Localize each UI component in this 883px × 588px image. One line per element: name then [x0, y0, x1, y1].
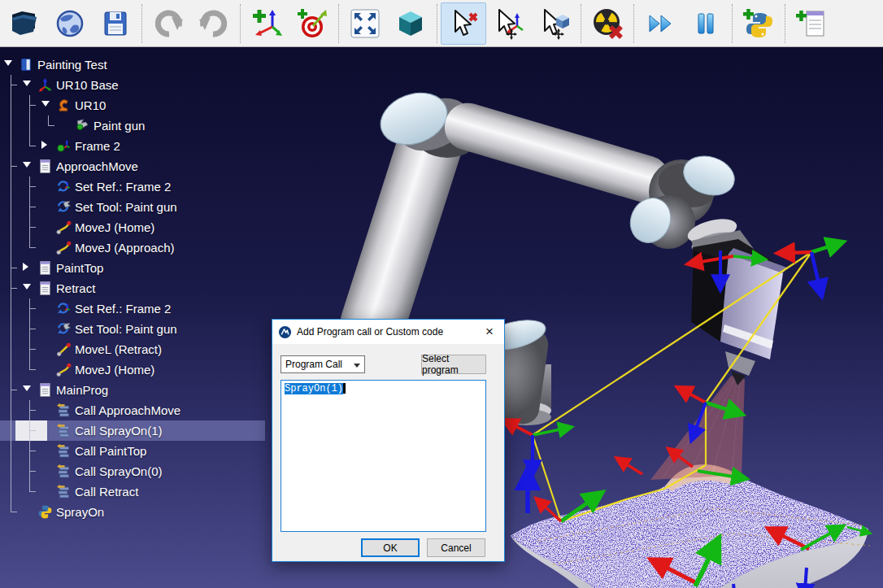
add-reference-frame-icon — [250, 7, 283, 40]
tree-item-movej-home[interactable]: MoveJ (Home) — [0, 217, 265, 237]
tree-guide — [49, 125, 54, 126]
tree-item-painting-test[interactable]: Painting Test — [0, 54, 265, 75]
select-icon — [447, 7, 480, 40]
collapse-arrow-icon[interactable] — [23, 284, 31, 290]
tree-item-label: Set Ref.: Frame 2 — [75, 298, 171, 319]
toolbar-separator — [732, 4, 733, 43]
tree-guide — [11, 512, 17, 512]
setref-icon — [56, 301, 72, 316]
redo-button[interactable] — [191, 2, 237, 45]
code-text-selected: SprayOn(1) — [285, 383, 343, 394]
fast-simulation-button[interactable] — [637, 2, 683, 45]
toolbar-separator — [633, 4, 634, 43]
tree-item-label: Call PaintTop — [75, 441, 146, 461]
collapse-arrow-icon[interactable] — [23, 162, 31, 168]
tree-guide — [11, 420, 11, 441]
collapse-arrow-icon[interactable] — [4, 60, 12, 66]
fit-all-button[interactable] — [342, 2, 388, 45]
dialog-titlebar[interactable]: Add Program call or Custom code × — [272, 320, 504, 344]
tree-item-mainprog[interactable]: MainProg — [0, 380, 265, 400]
dialog-title: Add Program call or Custom code — [297, 326, 481, 338]
add-target-icon — [296, 7, 328, 40]
robot-icon — [56, 98, 72, 113]
add-reference-frame-button[interactable] — [244, 2, 289, 45]
tree-item-paint-gun[interactable]: Paint gun — [0, 115, 265, 136]
collision-check-button[interactable] — [585, 2, 630, 45]
tree-item-call-painttop[interactable]: Call PaintTop — [0, 441, 265, 461]
tree-item-ur10[interactable]: UR10 — [0, 95, 265, 115]
tree-item-call-sprayon-1[interactable]: Call SprayOn(1) — [0, 420, 265, 441]
collapse-arrow-icon[interactable] — [23, 385, 31, 391]
tree-item-label: SprayOn — [56, 502, 104, 522]
add-python-program-button[interactable] — [736, 2, 781, 45]
tree-item-movej-approach[interactable]: MoveJ (Approach) — [0, 237, 265, 258]
tree-item-approachmove[interactable]: ApproachMove — [0, 156, 265, 176]
tree-item-ur10-base[interactable]: UR10 Base — [0, 75, 265, 95]
movej-icon — [56, 220, 72, 235]
tree-guide — [30, 430, 36, 431]
cancel-button[interactable]: Cancel — [427, 538, 485, 557]
tree-item-frame-2[interactable]: Frame 2 — [0, 136, 265, 156]
tree-item-movel-retract[interactable]: MoveL (Retract) — [0, 339, 265, 359]
tree-item-label: UR10 Base — [56, 75, 119, 95]
tree-guide — [11, 298, 11, 319]
tree-item-set-tool-paint-gun[interactable]: Set Tool: Paint gun — [0, 197, 265, 217]
tree-item-painttop[interactable]: PaintTop — [0, 258, 265, 278]
add-program-icon — [795, 7, 828, 40]
program-icon — [37, 281, 53, 296]
tree-item-set-tool-paint-gun[interactable]: Set Tool: Paint gun — [0, 319, 265, 339]
tree-guide — [11, 461, 11, 481]
undo-button[interactable] — [146, 2, 191, 45]
tree-guide — [11, 288, 17, 289]
tree-item-call-retract[interactable]: Call Retract — [0, 481, 265, 502]
select-program-button[interactable]: Select program — [421, 355, 486, 374]
tree-item-label: Set Ref.: Frame 2 — [75, 176, 171, 197]
tree-item-sprayon[interactable]: SprayOn — [0, 502, 265, 522]
program-icon — [37, 260, 53, 276]
add-target-button[interactable] — [289, 2, 335, 45]
chevron-down-icon — [354, 364, 360, 368]
program-call-code-input[interactable]: SprayOn(1) — [281, 380, 486, 532]
pause-simulation-button[interactable] — [683, 2, 729, 45]
online-library-button[interactable] — [47, 2, 93, 45]
tree-item-retract[interactable]: Retract — [0, 278, 265, 298]
toolbar-separator — [785, 4, 785, 43]
isometric-view-icon — [394, 7, 427, 40]
move-object-button[interactable] — [532, 2, 577, 45]
tree-guide — [30, 308, 36, 309]
tree-guide — [30, 186, 36, 187]
tree-item-label: MoveL (Retract) — [75, 339, 162, 359]
tree-item-movej-home[interactable]: MoveJ (Home) — [0, 359, 265, 380]
collapse-arrow-icon[interactable] — [41, 101, 50, 107]
isometric-view-button[interactable] — [388, 2, 433, 45]
tree-item-label: MoveJ (Home) — [75, 359, 154, 380]
tree-guide — [30, 349, 36, 350]
tree-item-call-sprayon-0[interactable]: Call SprayOn(0) — [0, 461, 265, 481]
expand-arrow-icon[interactable] — [23, 263, 28, 271]
tree-guide — [30, 369, 36, 370]
open-icon — [8, 7, 41, 40]
tree-item-label: Set Tool: Paint gun — [75, 319, 177, 339]
save-button[interactable] — [93, 2, 138, 45]
collapse-arrow-icon[interactable] — [23, 81, 31, 86]
movel-icon — [56, 342, 72, 357]
close-icon[interactable]: × — [481, 323, 498, 341]
tree-guide — [29, 115, 30, 136]
tree-item-label: ApproachMove — [56, 156, 138, 176]
add-program-button[interactable] — [789, 2, 834, 45]
fast-simulation-icon — [644, 7, 676, 40]
open-button[interactable] — [2, 2, 47, 45]
tree-item-label: Retract — [56, 278, 95, 298]
ok-button[interactable]: OK — [361, 538, 420, 557]
tree-item-call-approachmove[interactable]: Call ApproachMove — [0, 400, 265, 420]
move-reference-button[interactable] — [486, 2, 532, 45]
tree-guide — [11, 400, 11, 420]
program-call-type-select[interactable]: Program Call — [281, 355, 365, 373]
movej-icon — [56, 362, 72, 377]
tree-item-set-ref-frame-2[interactable]: Set Ref.: Frame 2 — [0, 298, 265, 319]
add-python-program-icon — [742, 7, 775, 40]
expand-arrow-icon[interactable] — [41, 141, 47, 149]
python-icon — [37, 504, 53, 520]
tree-item-set-ref-frame-2[interactable]: Set Ref.: Frame 2 — [0, 176, 265, 197]
select-button[interactable] — [441, 2, 486, 45]
